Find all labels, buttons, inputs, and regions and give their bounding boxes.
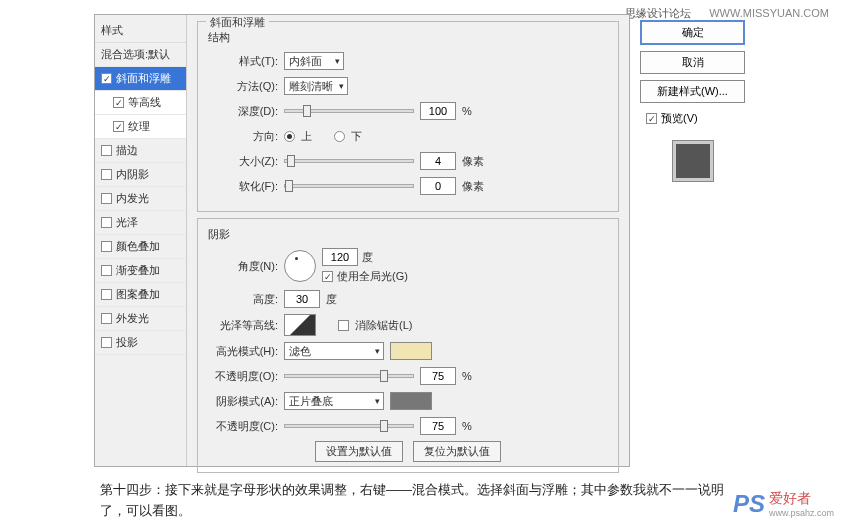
style-item-outer-glow[interactable]: 外发光: [95, 307, 186, 331]
size-label: 大小(Z):: [208, 154, 278, 169]
checkbox-icon[interactable]: [101, 193, 112, 204]
shading-fieldset: 阴影 角度(N): 度 使用全局光(G) 高度:: [197, 218, 619, 473]
brand-name: 思缘设计论坛: [625, 7, 691, 19]
highlight-mode-label: 高光模式(H):: [208, 344, 278, 359]
direction-up-radio[interactable]: [284, 131, 295, 142]
ps-text: PS: [733, 490, 765, 518]
watermark-logo: PS 爱好者 www.psahz.com: [733, 490, 834, 518]
style-item-texture[interactable]: 纹理: [95, 115, 186, 139]
method-select[interactable]: 雕刻清晰: [284, 77, 348, 95]
style-select[interactable]: 内斜面: [284, 52, 344, 70]
fieldset-legend: 斜面和浮雕: [206, 15, 269, 30]
soften-label: 软化(F):: [208, 179, 278, 194]
style-item-stroke[interactable]: 描边: [95, 139, 186, 163]
ok-button[interactable]: 确定: [640, 20, 745, 45]
checkbox-icon[interactable]: [101, 265, 112, 276]
angle-unit: 度: [362, 250, 373, 265]
shadow-mode-label: 阴影模式(A):: [208, 394, 278, 409]
shadow-color-swatch[interactable]: [390, 392, 432, 410]
cancel-button[interactable]: 取消: [640, 51, 745, 74]
logo-zh: 爱好者: [769, 490, 811, 506]
preview-label: 预览(V): [661, 111, 698, 126]
highlight-color-swatch[interactable]: [390, 342, 432, 360]
gloss-contour-picker[interactable]: [284, 314, 316, 336]
style-item-gradient-overlay[interactable]: 渐变叠加: [95, 259, 186, 283]
checkbox-icon[interactable]: [101, 241, 112, 252]
global-light-checkbox[interactable]: [322, 271, 333, 282]
direction-label: 方向:: [208, 129, 278, 144]
checkbox-icon[interactable]: [101, 217, 112, 228]
highlight-opacity-slider[interactable]: [284, 374, 414, 378]
dir-down-label: 下: [351, 129, 362, 144]
styles-list: 样式 混合选项:默认 斜面和浮雕 等高线 纹理 描边 内阴影 内发光 光泽 颜色…: [95, 15, 187, 466]
style-item-inner-shadow[interactable]: 内阴影: [95, 163, 186, 187]
brand-url: WWW.MISSYUAN.COM: [709, 7, 829, 19]
depth-unit: %: [462, 105, 472, 117]
dir-up-label: 上: [301, 129, 312, 144]
shadow-opacity-slider[interactable]: [284, 424, 414, 428]
style-item-satin[interactable]: 光泽: [95, 211, 186, 235]
depth-input[interactable]: [420, 102, 456, 120]
altitude-unit: 度: [326, 292, 337, 307]
style-item-color-overlay[interactable]: 颜色叠加: [95, 235, 186, 259]
structure-title: 结构: [208, 30, 608, 45]
angle-label: 角度(N):: [208, 259, 278, 274]
preview-checkbox-row[interactable]: 预览(V): [640, 109, 745, 128]
style-label: 样式(T):: [208, 54, 278, 69]
logo-url: www.psahz.com: [769, 508, 834, 518]
antialias-label: 消除锯齿(L): [355, 318, 412, 333]
opacity-unit2: %: [462, 420, 472, 432]
dialog-buttons: 确定 取消 新建样式(W)... 预览(V): [640, 20, 745, 188]
angle-input[interactable]: [322, 248, 358, 266]
style-item-contour[interactable]: 等高线: [95, 91, 186, 115]
bevel-fieldset: 斜面和浮雕 结构 样式(T): 内斜面 方法(Q): 雕刻清晰 深度(D): %…: [197, 21, 619, 212]
highlight-opacity-label: 不透明度(O):: [208, 369, 278, 384]
preview-checkbox[interactable]: [646, 113, 657, 124]
checkbox-icon[interactable]: [101, 337, 112, 348]
highlight-mode-select[interactable]: 滤色: [284, 342, 384, 360]
make-default-button[interactable]: 设置为默认值: [315, 441, 403, 462]
soften-input[interactable]: [420, 177, 456, 195]
blend-options-item[interactable]: 混合选项:默认: [95, 43, 186, 67]
global-light-label: 使用全局光(G): [337, 269, 408, 284]
checkbox-icon[interactable]: [113, 97, 124, 108]
shadow-opacity-label: 不透明度(C):: [208, 419, 278, 434]
checkbox-icon[interactable]: [101, 73, 112, 84]
step-caption: 第十四步：接下来就是字母形状的效果调整，右键——混合模式。选择斜面与浮雕；其中参…: [100, 480, 730, 522]
depth-slider[interactable]: [284, 109, 414, 113]
style-item-pattern-overlay[interactable]: 图案叠加: [95, 283, 186, 307]
reset-default-button[interactable]: 复位为默认值: [413, 441, 501, 462]
direction-down-radio[interactable]: [334, 131, 345, 142]
shadow-mode-select[interactable]: 正片叠底: [284, 392, 384, 410]
depth-label: 深度(D):: [208, 104, 278, 119]
styles-title: 样式: [95, 19, 186, 43]
shadow-opacity-input[interactable]: [420, 417, 456, 435]
method-label: 方法(Q):: [208, 79, 278, 94]
style-item-bevel[interactable]: 斜面和浮雕: [95, 67, 186, 91]
checkbox-icon[interactable]: [101, 289, 112, 300]
settings-panel: 斜面和浮雕 结构 样式(T): 内斜面 方法(Q): 雕刻清晰 深度(D): %…: [187, 15, 629, 466]
new-style-button[interactable]: 新建样式(W)...: [640, 80, 745, 103]
opacity-unit: %: [462, 370, 472, 382]
soften-unit: 像素: [462, 179, 484, 194]
contour-label: 光泽等高线:: [208, 318, 278, 333]
size-slider[interactable]: [284, 159, 414, 163]
checkbox-icon[interactable]: [113, 121, 124, 132]
altitude-input[interactable]: [284, 290, 320, 308]
checkbox-icon[interactable]: [101, 169, 112, 180]
antialias-checkbox[interactable]: [338, 320, 349, 331]
angle-dial[interactable]: [284, 250, 316, 282]
size-input[interactable]: [420, 152, 456, 170]
checkbox-icon[interactable]: [101, 145, 112, 156]
altitude-label: 高度:: [208, 292, 278, 307]
preview-thumbnail: [672, 140, 714, 182]
size-unit: 像素: [462, 154, 484, 169]
source-attribution: 思缘设计论坛 WWW.MISSYUAN.COM: [625, 6, 829, 21]
style-item-drop-shadow[interactable]: 投影: [95, 331, 186, 355]
soften-slider[interactable]: [284, 184, 414, 188]
highlight-opacity-input[interactable]: [420, 367, 456, 385]
style-item-inner-glow[interactable]: 内发光: [95, 187, 186, 211]
checkbox-icon[interactable]: [101, 313, 112, 324]
layer-style-dialog: 样式 混合选项:默认 斜面和浮雕 等高线 纹理 描边 内阴影 内发光 光泽 颜色…: [94, 14, 630, 467]
shading-title: 阴影: [208, 227, 608, 242]
